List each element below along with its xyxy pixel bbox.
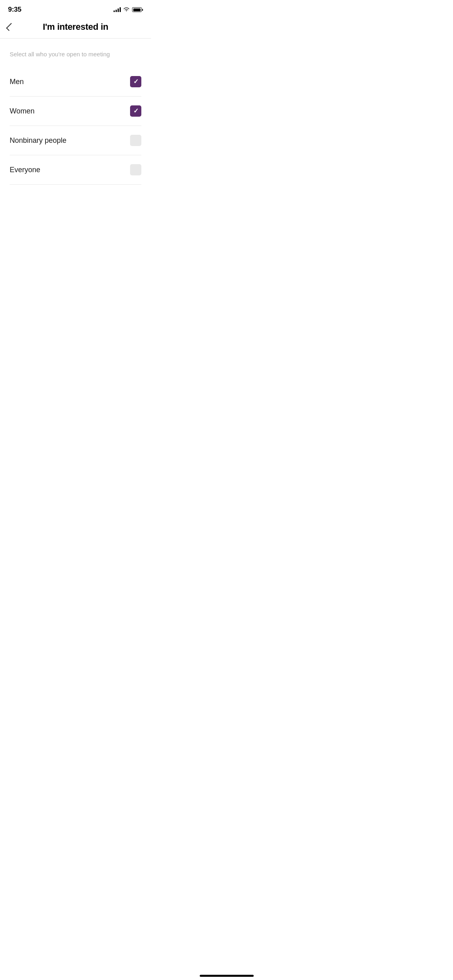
option-men[interactable]: Men ✓ [10, 67, 141, 97]
nav-header: I'm interested in [0, 18, 151, 39]
option-everyone[interactable]: Everyone [10, 155, 141, 185]
checkbox-women[interactable]: ✓ [130, 105, 141, 117]
option-list: Men ✓ Women ✓ Nonbinary people Everyone [10, 67, 141, 185]
option-nonbinary[interactable]: Nonbinary people [10, 126, 141, 155]
status-time: 9:35 [8, 6, 21, 14]
wifi-icon [123, 7, 130, 12]
back-button[interactable] [8, 23, 12, 31]
status-icons [114, 7, 143, 12]
page-title: I'm interested in [43, 22, 108, 32]
checkmark-men: ✓ [133, 78, 139, 85]
option-everyone-label: Everyone [10, 166, 40, 174]
option-women[interactable]: Women ✓ [10, 97, 141, 126]
option-men-label: Men [10, 78, 24, 86]
checkbox-nonbinary[interactable] [130, 135, 141, 146]
subtitle-text: Select all who you're open to meeting [10, 51, 141, 58]
checkbox-everyone[interactable] [130, 164, 141, 175]
back-chevron-icon [6, 23, 14, 31]
option-women-label: Women [10, 107, 35, 115]
signal-icon [114, 7, 121, 12]
checkmark-women: ✓ [133, 108, 139, 114]
battery-icon [132, 7, 143, 12]
status-bar: 9:35 [0, 0, 151, 18]
checkbox-men[interactable]: ✓ [130, 76, 141, 87]
option-nonbinary-label: Nonbinary people [10, 136, 66, 145]
content-area: Select all who you're open to meeting Me… [0, 39, 151, 185]
